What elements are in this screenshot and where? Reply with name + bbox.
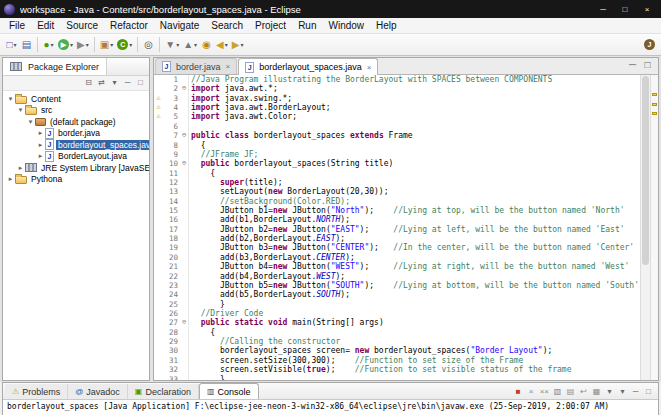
line-number[interactable]: 30 — [163, 346, 180, 355]
code-line-14[interactable]: 14 //setBackground(Color.RED); — [154, 197, 640, 206]
pin-console-icon[interactable]: ▦ — [590, 385, 603, 399]
line-number[interactable]: 28 — [163, 328, 180, 337]
bottom-tab-console[interactable]: ▥Console — [199, 383, 259, 399]
line-number[interactable]: 12 — [163, 178, 180, 187]
code-area[interactable]: 1//Java Program illustrating the BorderL… — [154, 75, 640, 380]
run-external-tools-icon[interactable]: ▶▾ — [75, 36, 91, 54]
previous-annotation-icon[interactable]: ▲▾ — [181, 36, 199, 54]
code-line-1[interactable]: 1//Java Program illustrating the BorderL… — [154, 75, 640, 84]
menu-item-source[interactable]: Source — [60, 18, 104, 33]
back-icon[interactable]: ◀▾ — [214, 36, 230, 54]
minimize-button[interactable]: ─ — [593, 2, 613, 16]
code-line-7[interactable]: 7⊖public class borderlayout_spaces exten… — [154, 131, 640, 140]
line-number[interactable]: 25 — [163, 300, 180, 309]
line-number[interactable]: 27 — [163, 318, 180, 327]
last-edit-location-icon[interactable]: ◉ — [199, 36, 214, 54]
code-line-30[interactable]: 30 borderlayout_spaces screen= new borde… — [154, 346, 640, 355]
display-selected-console-icon[interactable]: ▾ — [603, 385, 616, 399]
tree-expand-icon[interactable]: ▾ — [6, 95, 15, 103]
close-tab-icon[interactable]: × — [367, 63, 372, 72]
code-line-12[interactable]: 12 super(title); — [154, 178, 640, 187]
line-number[interactable]: 24 — [163, 290, 180, 299]
new-java-class-icon[interactable]: C▾ — [115, 36, 134, 54]
line-number[interactable]: 26 — [163, 309, 180, 318]
code-line-15[interactable]: 15 JButton b1=new JButton("North"); //Ly… — [154, 206, 640, 215]
line-number[interactable]: 7 — [163, 131, 180, 140]
line-number[interactable]: 21 — [163, 262, 180, 271]
maximize-view-icon[interactable]: □ — [134, 76, 147, 90]
word-wrap-icon[interactable]: ↩ — [577, 385, 590, 399]
code-line-2[interactable]: 2⊖import java.awt.*; — [154, 84, 640, 93]
minimize-view-icon[interactable]: ─ — [629, 385, 642, 399]
code-line-25[interactable]: 25 } — [154, 300, 640, 309]
overview-warning-mark[interactable] — [652, 103, 657, 106]
maximize-editor-icon[interactable]: □ — [640, 56, 655, 74]
menu-item-refactor[interactable]: Refactor — [104, 18, 154, 33]
tree-expand-icon[interactable]: ▸ — [16, 164, 25, 172]
editor-scrollbar[interactable] — [640, 75, 650, 380]
code-line-33[interactable]: 33 } — [154, 375, 640, 381]
line-number[interactable]: 2 — [163, 84, 180, 93]
line-number[interactable]: 18 — [163, 234, 180, 243]
package-explorer-tab[interactable]: Package Explorer — [3, 58, 107, 75]
tree-item-content[interactable]: ▾Content — [3, 93, 149, 105]
line-number[interactable]: 33 — [163, 375, 180, 381]
line-number[interactable]: 16 — [163, 215, 180, 224]
close-tab-icon[interactable]: × — [226, 62, 231, 71]
code-line-16[interactable]: 16 add(b1,BorderLayout.NORTH); — [154, 215, 640, 224]
search-icon[interactable]: ◎ — [141, 36, 156, 54]
line-number[interactable]: 13 — [163, 187, 180, 196]
run-icon[interactable]: ▶▾ — [56, 36, 75, 54]
menu-item-project[interactable]: Project — [249, 18, 292, 33]
code-line-8[interactable]: 8 { — [154, 141, 640, 150]
line-number[interactable]: 20 — [163, 253, 180, 262]
overview-ruler[interactable] — [650, 75, 658, 380]
menu-item-search[interactable]: Search — [205, 18, 249, 33]
collapse-all-icon[interactable]: ⊟ — [82, 76, 95, 90]
code-line-27[interactable]: 27⊖ public static void main(String[] arg… — [154, 318, 640, 327]
code-line-5[interactable]: ⚠5import java.awt.Color; — [154, 112, 640, 121]
menu-item-run[interactable]: Run — [292, 18, 322, 33]
close-button[interactable]: × — [637, 2, 657, 16]
tree-expand-icon[interactable]: ▾ — [26, 118, 35, 126]
line-number[interactable]: 15 — [163, 206, 180, 215]
code-line-6[interactable]: 6 — [154, 122, 640, 131]
line-number[interactable]: 23 — [163, 281, 180, 290]
editor-tab-borderlayout-spaces-java[interactable]: Jborderlayout_spaces.java× — [238, 58, 378, 75]
code-line-9[interactable]: 9 //JFrame JF; — [154, 150, 640, 159]
code-line-23[interactable]: 23 JButton b5=new JButton("SOUTH"); //Ly… — [154, 281, 640, 290]
tree-expand-icon[interactable]: ▸ — [36, 129, 45, 137]
code-line-3[interactable]: ⚠3import javax.swing.*; — [154, 94, 640, 103]
code-line-28[interactable]: 28 { — [154, 328, 640, 337]
maximize-view-icon[interactable]: □ — [642, 385, 655, 399]
fold-icon[interactable]: ⊖ — [180, 159, 189, 168]
fold-icon[interactable]: ⊖ — [180, 84, 189, 93]
line-number[interactable]: 8 — [163, 141, 180, 150]
editor-tab-border-java[interactable]: Jborder.java× — [155, 58, 237, 74]
bottom-tab-javadoc[interactable]: @Javadoc — [68, 384, 128, 399]
menu-item-edit[interactable]: Edit — [31, 18, 60, 33]
remove-launch-icon[interactable]: × — [525, 385, 538, 399]
tree-item-default-package[interactable]: ▾(default package) — [3, 116, 149, 128]
minimize-editor-icon[interactable]: ─ — [625, 56, 640, 74]
console-output[interactable]: borderlayout_spaces [Java Application] F… — [3, 400, 658, 415]
code-line-13[interactable]: 13 setLayout(new BorderLayout(20,30)); — [154, 187, 640, 196]
line-number[interactable]: 9 — [163, 150, 180, 159]
code-line-20[interactable]: 20 add(b3,BorderLayout.CENTER); — [154, 253, 640, 262]
tree-expand-icon[interactable]: ▸ — [36, 152, 45, 160]
line-number[interactable]: 11 — [163, 169, 180, 178]
next-annotation-icon[interactable]: ▼▾ — [163, 36, 181, 54]
overview-warning-mark[interactable] — [652, 93, 657, 96]
line-number[interactable]: 4 — [163, 103, 180, 112]
new-icon[interactable]: □▾ — [4, 36, 19, 54]
tree-item-borderlayout-java[interactable]: ▸JBorderLayout.java — [3, 151, 149, 163]
open-console-icon[interactable]: ▾ — [616, 385, 629, 399]
debug-icon[interactable]: ●▾ — [41, 36, 56, 54]
code-line-24[interactable]: 24 add(b5,BorderLayout.SOUTH); — [154, 290, 640, 299]
code-line-31[interactable]: 31 screen.setSize(300,300); //Function t… — [154, 356, 640, 365]
bottom-tab-declaration[interactable]: ▣Declaration — [128, 384, 199, 399]
fold-icon[interactable]: ⊖ — [180, 318, 189, 327]
fold-icon[interactable]: ⊖ — [180, 131, 189, 140]
code-line-21[interactable]: 21 JButton b4=new JButton("WEST"); //Lyi… — [154, 262, 640, 271]
menu-item-navigate[interactable]: Navigate — [154, 18, 205, 33]
